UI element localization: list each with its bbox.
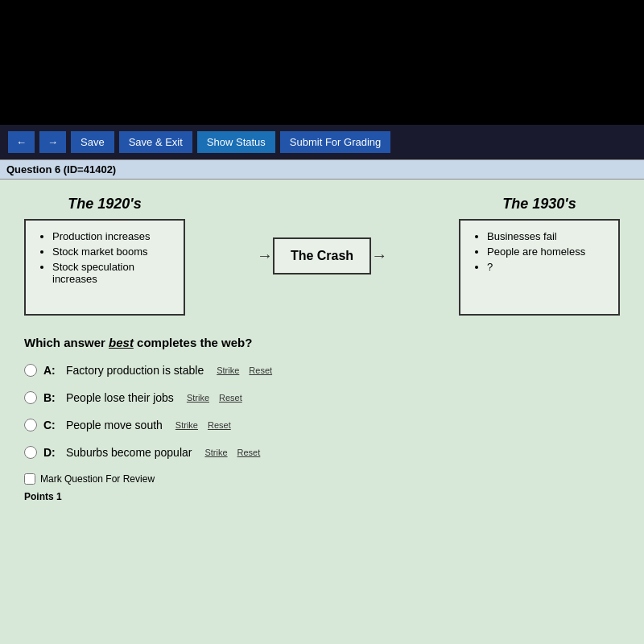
mark-review-section: Mark Question For Review <box>24 473 620 485</box>
show-status-button[interactable]: Show Status <box>197 131 275 153</box>
crash-box: The Crash <box>273 237 371 275</box>
question-header: Question 6 (ID=41402) <box>0 159 644 180</box>
era1-title: The 1920's <box>68 196 141 213</box>
option-c-reset[interactable]: Reset <box>208 420 231 430</box>
right-arrow-icon: → <box>371 246 387 265</box>
option-a-text: Factory production is stable <box>66 364 204 377</box>
option-c-letter: C: <box>43 419 60 431</box>
era2-title: The 1930's <box>502 196 576 213</box>
option-c-text: People move south <box>66 419 163 431</box>
option-a-strike[interactable]: Strike <box>217 365 239 375</box>
option-d-letter: D: <box>43 446 60 459</box>
option-d-strike[interactable]: Strike <box>204 448 227 457</box>
points-label: Points 1 <box>24 491 620 502</box>
era2-box: Businesses fail People are homeless ? <box>459 219 620 316</box>
option-c: C: People move south Strike Reset <box>24 419 620 431</box>
content-area: The 1920's Production increases Stock ma… <box>0 180 644 644</box>
era1-item-2: Stock market booms <box>52 246 171 258</box>
era1-item-1: Production increases <box>52 230 171 242</box>
question-id: Question 6 (ID=41402) <box>6 163 116 175</box>
main-container: ← → Save Save & Exit Show Status Submit … <box>0 0 644 644</box>
option-b-letter: B: <box>43 391 60 404</box>
option-b: B: People lose their jobs Strike Reset <box>24 391 620 404</box>
option-c-strike[interactable]: Strike <box>175 420 198 430</box>
option-a-letter: A: <box>43 364 60 377</box>
option-d-reset[interactable]: Reset <box>237 448 261 457</box>
question-prompt: Which answer best completes the web? <box>24 336 620 349</box>
radio-a[interactable] <box>24 364 37 377</box>
web-diagram: The 1920's Production increases Stock ma… <box>24 196 620 316</box>
left-arrow-icon: → <box>257 246 273 265</box>
center-diagram: → The Crash → <box>257 237 387 275</box>
save-exit-button[interactable]: Save & Exit <box>119 131 192 153</box>
option-d: D: Suburbs become popular Strike Reset <box>24 446 620 459</box>
option-b-strike[interactable]: Strike <box>187 393 209 402</box>
era1-box: Production increases Stock market booms … <box>24 219 185 316</box>
era1-section: The 1920's Production increases Stock ma… <box>24 196 185 316</box>
radio-b[interactable] <box>24 391 37 404</box>
era2-section: The 1930's Businesses fail People are ho… <box>459 196 620 316</box>
back-button[interactable]: ← <box>8 131 35 153</box>
mark-review-checkbox[interactable] <box>24 473 35 485</box>
radio-c[interactable] <box>24 419 37 431</box>
era2-item-2: People are homeless <box>487 246 606 258</box>
option-b-text: People lose their jobs <box>66 391 174 404</box>
option-a-reset[interactable]: Reset <box>249 365 272 375</box>
option-b-reset[interactable]: Reset <box>219 393 242 402</box>
era2-item-3: ? <box>487 261 606 273</box>
forward-button[interactable]: → <box>39 131 66 153</box>
toolbar: ← → Save Save & Exit Show Status Submit … <box>0 125 644 159</box>
option-d-text: Suburbs become popular <box>66 446 192 459</box>
radio-d[interactable] <box>24 446 37 459</box>
mark-review-label: Mark Question For Review <box>40 473 155 485</box>
save-button[interactable]: Save <box>71 131 114 153</box>
submit-button[interactable]: Submit For Grading <box>280 131 390 153</box>
era2-item-1: Businesses fail <box>487 230 606 242</box>
option-a: A: Factory production is stable Strike R… <box>24 364 620 377</box>
era1-item-3: Stock speculation increases <box>52 261 171 285</box>
